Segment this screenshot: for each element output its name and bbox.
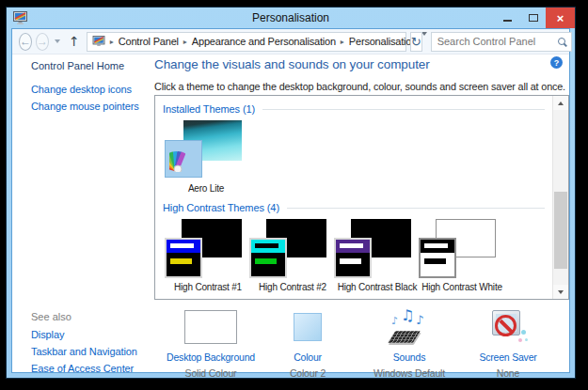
theme-front-card (165, 238, 202, 278)
title-bar[interactable]: Personalisation × (7, 8, 575, 28)
colour-value: Colour 2 (258, 367, 358, 379)
desktop-background: { "window": { "title": "Personalisation"… (0, 0, 588, 390)
back-button[interactable]: ← (19, 33, 32, 51)
breadcrumb-control-panel[interactable]: Control Panel (119, 36, 179, 47)
sidebar-item-display[interactable]: Display (31, 329, 155, 340)
theme-list-box: Installed Themes (1) (154, 95, 569, 300)
see-also-section: See also Display Taskbar and Navigation … (31, 311, 155, 380)
chevron-down-icon (421, 32, 427, 47)
help-icon: ? (554, 58, 560, 68)
sidebar-item-control-panel-home[interactable]: Control Panel Home (31, 60, 155, 71)
breadcrumb-separator-icon: ▸ (182, 38, 189, 46)
footer-item-colour[interactable]: Colour Colour 2 (258, 307, 358, 379)
theme-tile-high-contrast-white[interactable] (419, 219, 503, 279)
theme-label-high-contrast-black: High Contrast Black (334, 282, 421, 292)
colour-fan-icon (169, 146, 198, 172)
theme-tile-high-contrast-1[interactable] (165, 219, 249, 279)
forward-icon: → (37, 36, 48, 47)
theme-list-content: Installed Themes (1) (155, 96, 552, 299)
scroll-up-icon (558, 101, 564, 105)
refresh-icon: ↻ (411, 36, 421, 48)
sounds-value: Windows Default (359, 367, 459, 379)
sidebar-item-ease-of-access[interactable]: Ease of Access Center (31, 363, 155, 374)
high-contrast-themes-title: High Contrast Themes (4) (163, 202, 279, 213)
theme-front-card (419, 238, 456, 278)
sidebar-item-change-mouse-pointers[interactable]: Change mouse pointers (31, 101, 155, 112)
maximize-icon (529, 14, 538, 22)
minimize-icon (503, 20, 512, 22)
help-button[interactable]: ? (550, 56, 563, 69)
theme-label-high-contrast-1: High Contrast #1 (165, 282, 251, 292)
screen-saver-link[interactable]: Screen Saver (458, 351, 558, 363)
sounds-icon: ♫ ♪ ♪ (388, 308, 431, 346)
window-controls: × (495, 8, 575, 28)
personalisation-window: Personalisation × ← → ↑ ▸ Co (7, 8, 575, 378)
page-description: Click a theme to change the desktop back… (154, 81, 565, 92)
sidebar: Control Panel Home Change desktop icons … (31, 60, 155, 117)
prohibition-icon (495, 315, 516, 336)
desktop-background-value: Solid Colour (161, 367, 261, 379)
high-contrast-theme-row: High Contrast #1 High Con (165, 219, 545, 292)
forward-button[interactable]: → (36, 33, 49, 51)
back-icon: ← (20, 36, 31, 47)
see-also-heading: See also (31, 311, 155, 322)
section-divider (262, 109, 545, 110)
search-icon[interactable] (558, 38, 565, 45)
search-input[interactable] (437, 36, 558, 47)
window-body: ← → ↑ ▸ Control Panel ▸ Appearance and P… (11, 28, 570, 373)
screen-saver-value: None (458, 367, 558, 379)
footer-item-desktop-background[interactable]: Desktop Background Solid Colour (161, 307, 261, 379)
scrollbar-thumb[interactable] (554, 192, 567, 269)
minimize-button[interactable] (495, 8, 520, 28)
desktop-background-link[interactable]: Desktop Background (161, 351, 261, 363)
maximize-button[interactable] (520, 8, 546, 28)
section-divider (287, 208, 545, 209)
high-contrast-themes-header: High Contrast Themes (4) (163, 202, 545, 213)
recent-pages-dropdown-icon[interactable] (55, 39, 60, 43)
breadcrumb-separator-icon: ▸ (108, 38, 116, 46)
navigation-bar: ← → ↑ ▸ Control Panel ▸ Appearance and P… (12, 29, 569, 55)
sidebar-item-change-desktop-icons[interactable]: Change desktop icons (31, 84, 155, 95)
theme-front-card (334, 238, 372, 278)
page-title: Change the visuals and sounds on your co… (154, 57, 430, 71)
address-location-icon (92, 36, 105, 47)
scroll-down-button[interactable] (553, 285, 568, 299)
close-icon: × (557, 12, 564, 24)
vertical-scrollbar[interactable] (552, 96, 568, 299)
scroll-down-icon (558, 290, 564, 294)
sidebar-item-taskbar-and-navigation[interactable]: Taskbar and Navigation (31, 346, 155, 357)
breadcrumb-appearance[interactable]: Appearance and Personalisation (192, 36, 336, 47)
footer-item-sounds[interactable]: ♫ ♪ ♪ Sounds Windows Default (359, 307, 459, 379)
close-button[interactable]: × (546, 8, 575, 28)
colour-swatch-icon (294, 313, 322, 341)
address-bar[interactable]: ▸ Control Panel ▸ Appearance and Persona… (87, 32, 406, 52)
scroll-up-button[interactable] (553, 96, 568, 110)
colour-link[interactable]: Colour (258, 351, 358, 363)
search-box[interactable] (431, 32, 572, 52)
theme-label-high-contrast-white: High Contrast White (419, 282, 505, 292)
installed-themes-title: Installed Themes (1) (163, 103, 255, 115)
aero-lite-swatch-card (165, 140, 202, 178)
refresh-button[interactable]: ↻ (410, 32, 422, 52)
theme-tile-aero-lite[interactable] (165, 120, 247, 180)
desktop-background-icon (184, 310, 237, 344)
footer-item-screen-saver[interactable]: Screen Saver None (458, 307, 558, 379)
installed-themes-header: Installed Themes (1) (163, 103, 545, 115)
window-title: Personalisation (252, 11, 329, 24)
screen-saver-icon (486, 308, 530, 346)
breadcrumb-separator-icon: ▸ (339, 38, 346, 46)
personalisation-app-icon (13, 11, 27, 24)
breadcrumb-personalisation[interactable]: Personalisation (349, 36, 417, 47)
up-button[interactable]: ↑ (69, 35, 80, 48)
theme-label-aero-lite: Aero Lite (163, 183, 249, 194)
theme-tile-high-contrast-2[interactable] (249, 219, 334, 279)
theme-label-high-contrast-2: High Contrast #2 (249, 282, 336, 292)
theme-tile-high-contrast-black[interactable] (334, 219, 419, 279)
sounds-link[interactable]: Sounds (359, 351, 459, 363)
theme-front-card (249, 238, 287, 278)
